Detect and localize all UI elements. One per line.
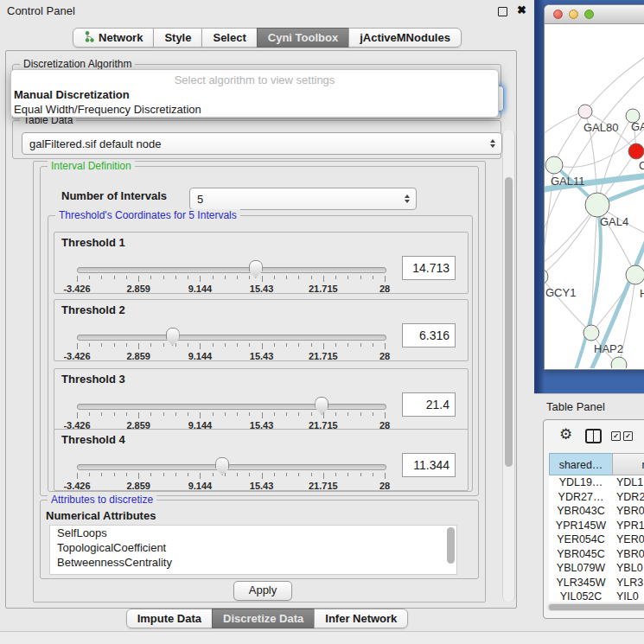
dropdown-item-equal-width-frequency-discretization[interactable]: Equal Width/Frequency Discretization <box>11 102 498 117</box>
attribute-item-topologicalcoefficient[interactable]: TopologicalCoefficient <box>50 540 456 555</box>
table-row[interactable]: YPR145WYPR1 <box>549 519 644 533</box>
tab-discretize-data[interactable]: Discretize Data <box>212 609 315 628</box>
table-data-select[interactable]: galFiltered.sif default node <box>22 132 502 155</box>
network-node-gal80[interactable] <box>578 105 592 118</box>
tab-label: Impute Data <box>137 612 201 625</box>
table-horizontal-scrollbar[interactable] <box>547 603 644 611</box>
threshold-slider[interactable]: -3.4262.8599.14415.4321.71528 <box>75 258 386 293</box>
column-header-2[interactable]: n <box>612 453 644 475</box>
app-screen: Control Panel ✖ NetworkStyleSelectCyni T… <box>0 0 644 644</box>
node-label: GAL4 <box>600 215 628 228</box>
attribute-item-selfloops[interactable]: SelfLoops <box>50 526 456 540</box>
combo-arrows-icon <box>405 194 410 203</box>
network-node-gal4[interactable] <box>585 193 609 217</box>
network-node[interactable] <box>611 357 627 368</box>
minimize-light[interactable] <box>569 10 578 19</box>
control-panel-window: Control Panel ✖ NetworkStyleSelectCyni T… <box>0 0 534 644</box>
tab-impute-data[interactable]: Impute Data <box>126 609 213 628</box>
gear-icon[interactable]: ⚙ <box>559 425 572 443</box>
tab-jactivemnodules[interactable]: jActiveMNodules <box>348 28 462 48</box>
tab-network[interactable]: Network <box>73 28 154 48</box>
table-row[interactable]: YER054CYER0 <box>549 532 644 547</box>
cell-name: YIL0 <box>613 590 644 602</box>
list-scrollbar[interactable] <box>447 527 455 564</box>
apply-button[interactable]: Apply <box>233 581 292 601</box>
threshold-panel-4: Threshold 4-3.4262.8599.14415.4321.71528… <box>54 429 469 491</box>
cell-shared-name: YBR045C <box>549 547 613 562</box>
network-node-gal11[interactable] <box>545 156 563 174</box>
slider-ticks <box>77 343 385 350</box>
cell-name: YDR2 <box>613 490 644 505</box>
threshold-value-field[interactable]: 6.316 <box>402 323 456 348</box>
settings-vertical-scrollbar[interactable] <box>502 130 515 602</box>
number-of-intervals-select[interactable]: 5 <box>189 188 417 210</box>
close-icon[interactable]: ✖ <box>517 3 526 16</box>
network-node-gcy1[interactable] <box>545 269 548 284</box>
tab-select[interactable]: Select <box>201 28 257 48</box>
checkbox-icon[interactable]: ✓ <box>611 431 621 441</box>
tab-cyni-toolbox[interactable]: Cyni Toolbox <box>257 28 349 48</box>
node-label: GA <box>631 120 644 133</box>
threshold-slider[interactable]: -3.4262.8599.14415.4321.71528 <box>75 326 386 360</box>
tab-infer-network[interactable]: Infer Network <box>314 609 408 628</box>
cell-name: YPR1 <box>613 519 644 533</box>
close-light[interactable] <box>553 10 563 19</box>
threshold-value-field[interactable]: 14.713 <box>402 256 456 280</box>
table-row[interactable]: YBR045CYBR0 <box>549 547 644 562</box>
threshold-label: Threshold 4 <box>61 433 125 446</box>
number-of-intervals-label: Number of Intervals <box>61 189 167 202</box>
scrollbar-thumb[interactable] <box>505 177 513 467</box>
threshold-value-field[interactable]: 21.4 <box>402 392 456 417</box>
threshold-label: Threshold 3 <box>61 373 125 386</box>
numerical-attributes-list[interactable]: SelfLoopsTopologicalCoefficientBetweenne… <box>49 525 457 575</box>
network-window-titlebar[interactable] <box>545 5 644 24</box>
cell-name: YER0 <box>613 532 644 547</box>
group-title: Discretization Algorithm <box>20 58 135 70</box>
table-row[interactable]: YDR27…YDR2 <box>549 490 644 505</box>
table-row[interactable]: YBR043CYBR0 <box>549 504 644 519</box>
attribute-item-betweennesscentrality[interactable]: BetweennessCentrality <box>50 555 456 570</box>
slider-ticks <box>77 276 385 283</box>
table-data-selected-value: galFiltered.sif default node <box>29 137 161 150</box>
table-row[interactable]: YIL052CYIL0 <box>549 590 644 602</box>
bottom-tab-bar: Impute DataDiscretize DataInfer Network <box>0 609 534 628</box>
cell-name: YBL0 <box>613 561 644 576</box>
app-bottom-strip <box>0 631 644 644</box>
right-panel: GAL80GACGAL11GAL4GCY1HHAP2 Table Panel ⚙… <box>534 0 644 644</box>
tab-style[interactable]: Style <box>153 28 202 48</box>
node-label: H <box>640 287 644 300</box>
cell-name: YDL1 <box>613 475 644 490</box>
table-row[interactable]: YBL079WYBL0 <box>549 561 644 576</box>
cell-name: YBR0 <box>613 547 644 562</box>
slider-tick-labels: -3.4262.8599.14415.4321.71528 <box>77 481 385 491</box>
threshold-slider[interactable]: -3.4262.8599.14415.4321.71528 <box>75 456 386 490</box>
table-panel-title: Table Panel <box>546 400 605 413</box>
dropdown-item-manual-discretization[interactable]: Manual Discretization <box>11 87 498 102</box>
algorithm-settings-panel: Interval Definition Number of Intervals … <box>33 161 486 603</box>
scrollbar-thumb[interactable] <box>549 604 644 610</box>
slider-tick-labels: -3.4262.8599.14415.4321.71528 <box>77 351 385 361</box>
network-canvas[interactable]: GAL80GACGAL11GAL4GCY1HHAP2 <box>545 24 644 368</box>
threshold-value-field[interactable]: 11.344 <box>402 453 456 477</box>
table-row[interactable]: YLR345WYLR3 <box>549 576 644 590</box>
node-attribute-table: shared…n YDL19…YDL1YDR27…YDR2YBR043CYBR0… <box>549 453 644 602</box>
group-title: Threshold's Coordinates for 5 Intervals <box>55 209 240 221</box>
tab-label: Cyni Toolbox <box>268 31 338 44</box>
threshold-slider[interactable]: -3.4262.8599.14415.4321.71528 <box>75 395 386 430</box>
tab-label: Discretize Data <box>223 612 303 625</box>
control-panel-body: Discretization Algorithm Select algorith… <box>5 50 517 609</box>
column-header-1[interactable]: shared… <box>549 453 613 475</box>
network-node-h[interactable] <box>626 265 644 284</box>
group-title: Interval Definition <box>48 160 135 172</box>
interval-definition-group: Interval Definition Number of Intervals … <box>40 166 479 496</box>
cell-shared-name: YDR27… <box>549 490 613 505</box>
node-label: GCY1 <box>545 286 576 299</box>
network-node-c[interactable] <box>628 143 644 159</box>
table-row[interactable]: YDL19…YDL1 <box>549 475 644 490</box>
zoom-light[interactable] <box>584 10 594 19</box>
threshold-label: Threshold 2 <box>61 303 125 316</box>
checkbox-icon[interactable]: ✓ <box>623 431 633 441</box>
split-columns-icon[interactable] <box>585 429 602 443</box>
float-window-icon[interactable] <box>498 7 507 16</box>
network-node-hap2[interactable] <box>583 325 599 341</box>
